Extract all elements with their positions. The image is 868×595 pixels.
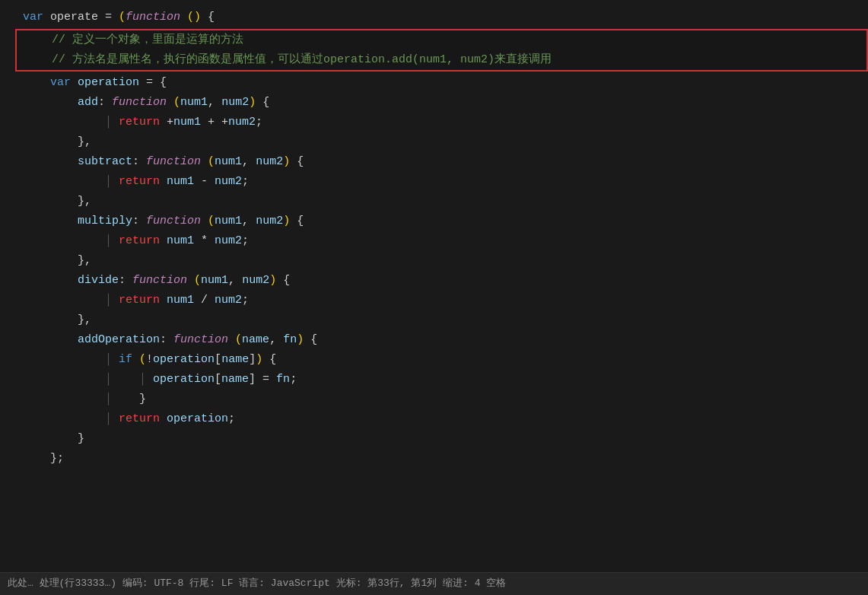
- div-num1: num1: [201, 271, 228, 291]
- if-space: [132, 350, 139, 370]
- line-div-return: │ return num1 / num2 ;: [15, 291, 868, 310]
- vbar6a: │: [23, 370, 112, 390]
- line-obj-close: };: [15, 449, 868, 469]
- kw-func-sub: function: [146, 152, 201, 172]
- sub-num1: num1: [215, 152, 242, 172]
- colon-addop: :: [160, 330, 173, 350]
- ret-div-op: /: [194, 291, 215, 310]
- vbar8: │: [23, 409, 112, 429]
- line-1: var operate = ( function () {: [15, 8, 868, 27]
- line-add-close: },: [15, 132, 868, 152]
- prop-sub: subtract: [78, 152, 132, 172]
- line-if: │ if ( ! operation [ name ] ) {: [15, 350, 868, 370]
- mul-close: },: [23, 251, 91, 271]
- vbar3: │: [23, 231, 112, 251]
- line-mul-return: │ return num1 * num2 ;: [15, 231, 868, 251]
- ret-plus: + +: [201, 113, 228, 132]
- div-paren: (: [194, 271, 201, 291]
- assign-bracket: [: [215, 370, 221, 390]
- fn-params: [180, 8, 187, 27]
- ret-op-val: operation: [160, 409, 228, 429]
- ret-add: return: [112, 113, 160, 132]
- comment-text-1: // 定义一个对象，里面是运算的方法: [24, 30, 243, 50]
- obj-close-brace: };: [23, 449, 64, 469]
- spacer-sub: [23, 152, 78, 172]
- line-fn-close: }: [15, 429, 868, 449]
- ret-mul-num2: num2: [215, 231, 242, 251]
- line-mul-close: },: [15, 251, 868, 271]
- line-sub: subtract : function ( num1 , num2 ) {: [15, 152, 868, 172]
- mul-num2: num2: [256, 212, 283, 231]
- addop-paren-close: ): [297, 330, 304, 350]
- line-sub-return: │ return num1 - num2 ;: [15, 172, 868, 192]
- comment-text-2: // 方法名是属性名，执行的函数是属性值，可以通过operation.add(n…: [24, 50, 552, 70]
- ret-sub-num2: num2: [215, 172, 242, 192]
- ret-num1: num1: [173, 113, 201, 132]
- prop-add: add: [78, 93, 98, 113]
- line-mul: multiply : function ( num1 , num2 ) {: [15, 212, 868, 231]
- code-content: var operate = ( function () { // 定义一个对象，…: [0, 0, 868, 476]
- ret-add-val: +: [160, 113, 173, 132]
- addop-comma: ,: [269, 330, 283, 350]
- assign-bracket-close: ] =: [249, 370, 276, 390]
- line-ret-op: │ return operation ;: [15, 409, 868, 429]
- div-paren-close: ): [269, 271, 276, 291]
- line-if-close: │ }: [15, 390, 868, 409]
- addop-name: name: [242, 330, 269, 350]
- ret-mul: return: [112, 231, 160, 251]
- assign-name: name: [221, 370, 249, 390]
- line-assign: │ │ operation [ name ] = fn ;: [15, 370, 868, 390]
- keyword-function: function: [126, 8, 180, 27]
- if-bracket-close: ]: [249, 350, 256, 370]
- status-bar: 此处… 处理(行33333…) 编码: UTF-8 行尾: LF 语言: Jav…: [0, 572, 868, 595]
- line-var-op: var operation = {: [15, 73, 868, 93]
- kw-func-div: function: [132, 271, 187, 291]
- ret-semi: ;: [256, 113, 262, 132]
- ret-sub-num1: num1: [160, 172, 194, 192]
- spacer-div: [23, 271, 78, 291]
- div-brace: {: [276, 271, 290, 291]
- ret-div: return: [112, 291, 160, 310]
- add-num2: num2: [221, 93, 249, 113]
- assign-op: operation: [146, 370, 215, 390]
- div-comma: ,: [228, 271, 242, 291]
- status-text: 此处… 处理(行33333…) 编码: UTF-8 行尾: LF 语言: Jav…: [8, 578, 506, 589]
- ret-div-semi: ;: [242, 291, 249, 310]
- sub-num2: num2: [256, 152, 283, 172]
- vbar4: │: [23, 291, 112, 310]
- add-comma: ,: [208, 93, 221, 113]
- add-params: [167, 93, 173, 113]
- var-operate: operate =: [43, 8, 119, 27]
- colon-add: :: [98, 93, 112, 113]
- prop-addop: addOperation: [78, 330, 160, 350]
- div-space: [187, 271, 194, 291]
- line-add: add : function ( num1 , num2 ) {: [15, 93, 868, 113]
- assign-semi: ;: [290, 370, 297, 390]
- line-addop: addOperation : function ( name , fn ) {: [15, 330, 868, 350]
- line-comment2: // 方法名是属性名，执行的函数是属性值，可以通过operation.add(n…: [17, 50, 866, 70]
- mul-comma: ,: [242, 212, 256, 231]
- colon-sub: :: [132, 152, 146, 172]
- if-paren: (: [139, 350, 146, 370]
- ret-sub-semi: ;: [242, 172, 249, 192]
- if-operation: operation: [153, 350, 215, 370]
- vbar6b: │: [112, 370, 146, 390]
- ret-div-num2: num2: [215, 291, 242, 310]
- ret-sub: return: [112, 172, 160, 192]
- vbar7: │: [23, 390, 112, 409]
- line-sub-close: },: [15, 192, 868, 212]
- addop-space: [228, 330, 235, 350]
- comment-block: // 定义一个对象，里面是运算的方法 // 方法名是属性名，执行的函数是属性值，…: [15, 29, 868, 72]
- addop-paren: (: [235, 330, 242, 350]
- div-close: },: [23, 310, 91, 330]
- add-paren-close: ): [249, 93, 256, 113]
- paren-open: (: [119, 8, 126, 27]
- add-close: },: [23, 132, 91, 152]
- ret-mul-semi: ;: [242, 231, 249, 251]
- prop-mul: multiply: [78, 212, 132, 231]
- add-brace: {: [256, 93, 269, 113]
- if-paren-close: ): [256, 350, 262, 370]
- mul-space: [201, 212, 208, 231]
- sub-comma: ,: [242, 152, 256, 172]
- sub-space: [201, 152, 208, 172]
